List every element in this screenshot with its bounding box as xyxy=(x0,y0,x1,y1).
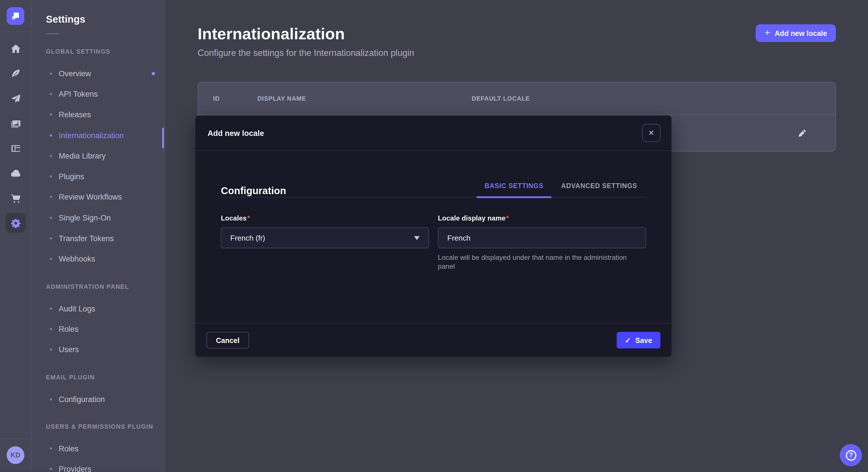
close-button[interactable]: ✕ xyxy=(642,124,660,142)
chevron-down-icon xyxy=(414,236,420,240)
display-name-label: Locale display name* xyxy=(438,214,646,222)
save-button[interactable]: ✓ Save xyxy=(617,332,660,348)
close-icon: ✕ xyxy=(648,129,654,136)
locales-select-value: French (fr) xyxy=(230,234,265,242)
required-mark: * xyxy=(247,214,250,222)
tab-basic-settings[interactable]: BASIC SETTINGS xyxy=(476,182,553,197)
cancel-button[interactable]: Cancel xyxy=(206,332,249,348)
display-name-field: Locale display name* Locale will be disp… xyxy=(438,214,646,271)
check-icon: ✓ xyxy=(625,337,631,344)
app-root: KD Settings GLOBAL SETTINGSOverviewAPI T… xyxy=(0,0,868,472)
locales-select[interactable]: French (fr) xyxy=(221,227,429,248)
modal-title: Add new locale xyxy=(208,129,264,137)
modal-body: Configuration BASIC SETTINGSADVANCED SET… xyxy=(195,151,672,271)
configuration-heading: Configuration xyxy=(221,185,286,197)
display-name-input[interactable] xyxy=(438,227,646,248)
required-mark: * xyxy=(506,214,508,222)
display-name-hint: Locale will be displayed under that name… xyxy=(438,253,637,271)
modal-footer: Cancel ✓ Save xyxy=(195,323,672,357)
modal-header: Add new locale ✕ xyxy=(195,115,672,151)
locales-field: Locales* French (fr) xyxy=(221,214,429,271)
tabs-divider xyxy=(221,197,646,198)
locales-label: Locales* xyxy=(221,214,429,222)
add-locale-modal: Add new locale ✕ Configuration BASIC SET… xyxy=(195,115,672,357)
settings-tabs: BASIC SETTINGSADVANCED SETTINGS xyxy=(476,182,646,197)
tab-advanced-settings[interactable]: ADVANCED SETTINGS xyxy=(552,182,646,197)
